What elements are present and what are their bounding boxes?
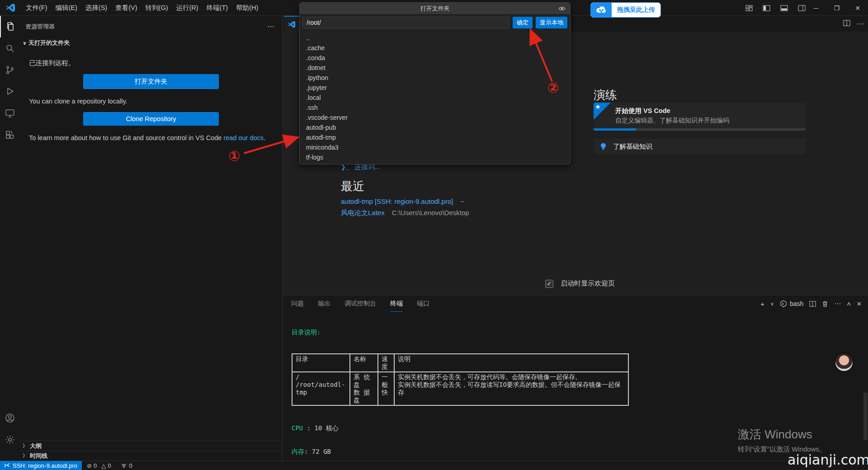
sidebar-more-icon[interactable]: ⋯ xyxy=(267,22,275,31)
activity-bar-bottom xyxy=(0,407,20,451)
folder-item[interactable]: .. xyxy=(300,33,570,43)
sys-value: : 72 GB xyxy=(304,448,331,455)
editor-more-icon[interactable]: ⋯ xyxy=(857,19,864,28)
timeline-section-header[interactable]: 〉 时间线 xyxy=(20,451,282,461)
tab-debug-console[interactable]: 调试控制台 xyxy=(344,296,376,312)
read-our-docs-link[interactable]: read our docs xyxy=(223,134,264,141)
open-folder-button[interactable]: 打开文件夹 xyxy=(83,74,219,89)
table-header-cell: 名称 xyxy=(350,354,378,372)
kill-terminal-icon[interactable] xyxy=(822,301,828,307)
show-local-button[interactable]: 显示本地 xyxy=(536,17,567,28)
welcome-tab-icon xyxy=(288,20,296,28)
terminal-dir-title: 目录说明: xyxy=(292,329,864,336)
tab-output[interactable]: 输出 xyxy=(318,296,330,312)
folder-item[interactable]: miniconda3 xyxy=(300,142,570,152)
tab-ports[interactable]: 端口 xyxy=(417,296,429,312)
panel-tab-bar: 问题 输出 调试控制台 终端 端口 + ∨ bash ⋯ ˄ ✕ xyxy=(283,296,868,312)
split-terminal-icon[interactable] xyxy=(809,301,816,307)
menu-view[interactable]: 查看(V) xyxy=(111,2,141,14)
recent-item-link[interactable]: autodl-tmp [SSH: region-9.autodl.pro] xyxy=(341,197,453,205)
cloud-upload-icon xyxy=(591,3,612,17)
source-control-icon[interactable] xyxy=(0,59,20,81)
table-header-cell: 目录 xyxy=(292,354,350,372)
radio-tower-icon xyxy=(121,462,127,469)
restore-button[interactable]: ❐ xyxy=(826,0,847,16)
remote-explorer-icon[interactable] xyxy=(0,103,20,124)
terminal-scrollbar[interactable] xyxy=(863,393,868,440)
terminal-dropdown-icon[interactable]: ∨ xyxy=(770,301,774,307)
folder-item[interactable]: .ssh xyxy=(300,103,570,113)
maximize-panel-icon[interactable]: ˄ xyxy=(847,300,851,308)
recent-item[interactable]: 风电论文Latex C:\Users\Lenovo\Desktop xyxy=(341,209,469,217)
menu-run[interactable]: 运行(R) xyxy=(172,2,202,14)
panel-more-icon[interactable]: ⋯ xyxy=(834,300,841,308)
errors-icon: ⊘ xyxy=(87,462,92,469)
toggle-secondary-sidebar-icon[interactable] xyxy=(798,5,806,12)
folder-item[interactable]: .ipython xyxy=(300,73,570,83)
split-editor-icon[interactable] xyxy=(843,19,850,27)
recent-item-link[interactable]: 风电论文Latex xyxy=(341,209,385,217)
card-title: 开始使用 VS Code xyxy=(615,107,670,115)
recent-item[interactable]: autodl-tmp [SSH: region-9.autodl.pro] ~ xyxy=(341,197,464,205)
folder-path-input[interactable] xyxy=(302,17,509,28)
no-folder-section-label: 无打开的文件夹 xyxy=(28,39,70,47)
tab-terminal[interactable]: 终端 xyxy=(390,296,403,312)
new-terminal-icon[interactable]: + xyxy=(760,300,764,308)
folder-item[interactable]: .conda xyxy=(300,53,570,63)
menu-help[interactable]: 帮助(H) xyxy=(232,2,262,14)
remote-indicator[interactable]: SSH: region-9.autodl.pro xyxy=(0,461,82,470)
problems-status[interactable]: ⊘ 0 △ 0 xyxy=(87,462,111,469)
no-folder-section-header[interactable]: ∨ 无打开的文件夹 xyxy=(20,35,282,50)
avatar[interactable] xyxy=(835,354,853,371)
toggle-panel-icon[interactable] xyxy=(780,5,788,12)
run-debug-icon[interactable] xyxy=(0,81,20,103)
folder-item[interactable]: .cache xyxy=(300,43,570,53)
terminal-name: bash xyxy=(790,300,803,307)
menu-edit[interactable]: 编辑(E) xyxy=(52,2,81,14)
account-icon[interactable] xyxy=(0,407,20,429)
terminal-list-item[interactable]: bash xyxy=(780,300,803,307)
activity-bar xyxy=(0,16,20,461)
table-header-cell: 速度 xyxy=(378,354,394,372)
close-button[interactable]: ✕ xyxy=(847,0,868,16)
clone-hint-text: You can clone a repository locally. xyxy=(29,97,273,106)
tab-problems[interactable]: 问题 xyxy=(291,296,304,312)
clone-repository-button[interactable]: Clone Repository xyxy=(83,112,219,126)
docs-text-suffix: . xyxy=(264,134,265,141)
ok-button[interactable]: 确定 xyxy=(513,17,533,28)
table-cell-dir: / /root/autodl-tmp xyxy=(292,372,350,405)
folder-item[interactable]: .vscode-server xyxy=(300,113,570,122)
docs-text: To learn more about how to use Git and s… xyxy=(29,134,273,143)
annotation-step-1: ① xyxy=(228,148,240,164)
menu-terminal[interactable]: 终端(T) xyxy=(203,2,232,14)
menu-selection[interactable]: 选择(S) xyxy=(81,2,111,14)
outline-section-header[interactable]: 〉 大纲 xyxy=(20,441,282,451)
outline-section-label: 大纲 xyxy=(30,442,42,450)
menu-go[interactable]: 转到(G) xyxy=(142,2,172,14)
folder-item[interactable]: .jupyter xyxy=(300,83,570,93)
show-welcome-checkbox[interactable]: ✓ xyxy=(545,280,553,288)
settings-gear-icon[interactable] xyxy=(0,429,20,451)
folder-item[interactable]: .local xyxy=(300,93,570,103)
ports-status[interactable]: 0 xyxy=(121,462,132,469)
close-panel-icon[interactable]: ✕ xyxy=(857,301,862,307)
eye-icon[interactable] xyxy=(558,5,566,12)
minimize-button[interactable]: ─ xyxy=(806,0,826,16)
customize-layout-icon[interactable] xyxy=(745,5,753,12)
folder-item[interactable]: .dotnet xyxy=(300,63,570,73)
explorer-icon[interactable] xyxy=(0,16,20,38)
activate-windows-watermark: 激活 Windows 转到“设置”以激活 Windows。 xyxy=(738,427,826,454)
folder-item[interactable]: tf-logs xyxy=(300,152,570,162)
learn-fundamentals-card[interactable]: 了解基础知识 xyxy=(594,139,806,154)
drag-upload-widget[interactable]: 拖拽至此上传 xyxy=(590,2,661,18)
menu-file[interactable]: 文件(F) xyxy=(22,2,52,14)
toggle-sidebar-icon[interactable] xyxy=(763,5,770,12)
lightbulb-icon xyxy=(600,142,607,150)
sidebar-title: 资源管理器 xyxy=(25,23,55,31)
recent-title: 最近 xyxy=(341,179,364,194)
folder-item-autodl-tmp[interactable]: autodl-tmp xyxy=(300,132,570,142)
extensions-icon[interactable] xyxy=(0,124,20,146)
getting-started-card[interactable]: ★ 开始使用 VS Code 自定义编辑器、了解基础知识并开始编码 xyxy=(594,103,806,131)
folder-item[interactable]: autodl-pub xyxy=(300,122,570,132)
search-icon[interactable] xyxy=(0,38,20,59)
